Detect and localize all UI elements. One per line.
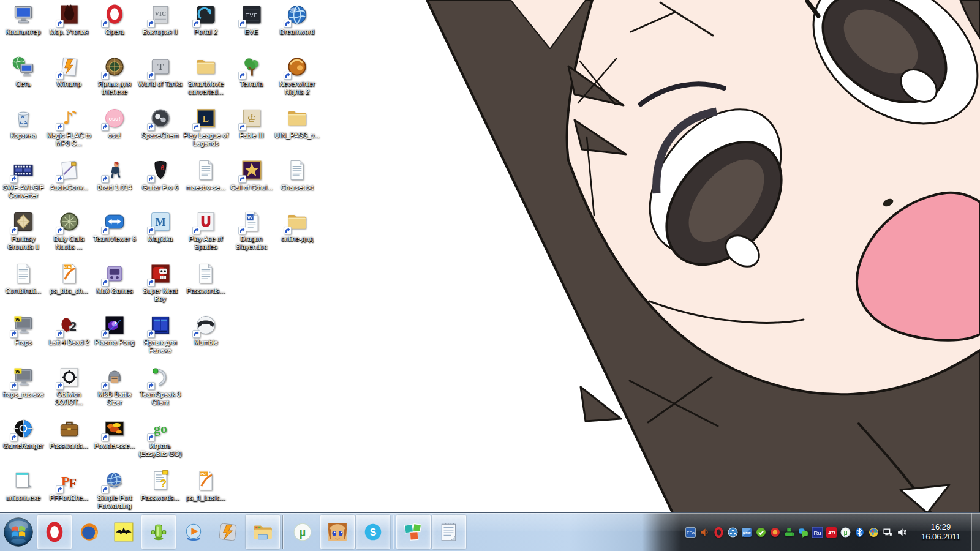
desktop-icon-cthulhu-26[interactable]: Call of Cthul...	[229, 158, 274, 192]
desktop-icon-fantasy-28[interactable]: Fantasy Grounds II	[1, 209, 46, 251]
taskbar-button-avatar[interactable]	[320, 515, 355, 549]
desktop-icon-worddoc-33[interactable]: WDragon Slayer.doc	[229, 209, 274, 251]
taskbar-button-thebat[interactable]	[107, 515, 140, 549]
explorer-icon	[252, 522, 273, 542]
utorrent-mini-tray-icon[interactable]: µ	[840, 527, 851, 538]
desktop-icon-ts3-48[interactable]: TeamSpeak 3 Client	[138, 365, 183, 407]
desktop-icon-winamp-doc-8[interactable]: Winamp	[47, 54, 92, 88]
taskbar-button-easybits[interactable]	[396, 515, 431, 549]
desktop-icon-far-43[interactable]: Ярлык для Far.exe	[138, 313, 183, 354]
far-icon	[148, 313, 173, 337]
desktop-icon-label: Корзина	[10, 132, 36, 140]
desktop-icon-guitarpro-24[interactable]: 6Guitar Pro 6	[138, 158, 183, 192]
taskbar-button-utorrent[interactable]: µ	[286, 515, 319, 549]
desktop-icon-folder-20[interactable]: UIN_PASS_v...	[274, 106, 320, 140]
svg-text:go: go	[154, 422, 167, 437]
taskbar-button-wmp[interactable]	[177, 515, 210, 549]
desktop-icon-magicka-31[interactable]: MMagicka	[138, 209, 183, 243]
desktop-icon-pdf-57[interactable]: PDFps_fl_basic...	[183, 468, 228, 502]
qip-bot-tray-icon[interactable]	[784, 527, 795, 538]
desktop-icon-oblivion-46[interactable]: Oblivion ЗОЛОТ...	[47, 365, 92, 407]
desktop-icon-window-53[interactable]: unicom.exe	[1, 468, 46, 502]
taskbar-button-qip[interactable]	[141, 515, 176, 549]
desktop-icon-fable-19[interactable]: ♔Fable III	[229, 106, 274, 140]
disc-tray-icon[interactable]	[728, 527, 739, 538]
tray-clock[interactable]: 16:29 16.06.2011	[913, 522, 969, 542]
txt-icon	[194, 261, 218, 286]
desktop-icon-meatboy-38[interactable]: Super Meat Boy	[138, 261, 183, 303]
desktop-icon-network-places-7[interactable]: Сеть	[1, 54, 46, 88]
magicdisc-tray-icon[interactable]	[869, 527, 880, 538]
lang-ru-tray-icon[interactable]: Ru	[812, 527, 823, 538]
green-check-tray-icon[interactable]	[756, 527, 767, 538]
desktop-icon-pathologic-1[interactable]: Мор. Утопия	[47, 2, 92, 36]
desktop-icon-terraria-12[interactable]: Terraria	[229, 54, 274, 88]
desktop-icon-teamviewer-30[interactable]: TeamViewer 6	[92, 209, 137, 243]
desktop-icon-txt-25[interactable]: maestro-se...	[183, 158, 228, 192]
desktop-icon-pwdq-56[interactable]: ?Passwords...	[138, 468, 183, 502]
desktop-icon-victoria-3[interactable]: VICВиктория II	[138, 2, 183, 36]
tray-icons: FFaKMPRuATIµ	[684, 527, 909, 538]
red-circle-tray-icon[interactable]	[770, 527, 781, 538]
desktop-icon-label: online-днд	[281, 235, 313, 243]
desktop-icon-music-note-15[interactable]: ♪Magic FLAC to MP3 C...	[47, 106, 92, 148]
network-tray-icon[interactable]	[883, 527, 894, 538]
desktop-icon-txt-35[interactable]: Combinati...	[1, 261, 46, 295]
desktop-icon-folder-34[interactable]: online-днд	[274, 209, 320, 243]
taskbar-button-firefox[interactable]	[73, 515, 106, 549]
kmplayer-tray-icon[interactable]: KMP	[742, 527, 753, 538]
desktop-icon-l4d2-41[interactable]: 2Left 4 Dead 2	[47, 313, 92, 347]
desktop-icon-wot-10[interactable]: TWorld of Tanks	[138, 54, 183, 88]
taskbar-button-notepad[interactable]	[432, 515, 466, 549]
desktop-icon-moigames-37[interactable]: Мой Games	[92, 261, 137, 295]
svg-text:99: 99	[15, 317, 20, 322]
desktop-icon-portal2-4[interactable]: Portal 2	[183, 2, 228, 36]
taskbar-button-explorer[interactable]	[246, 515, 280, 549]
desktop-icon-pfport-54[interactable]: PFPFPortChe...	[47, 468, 92, 502]
desktop-icon-aos-32[interactable]: Play Ace of Spades	[183, 209, 228, 251]
desktop-icon-audioconv-22[interactable]: AudioConv...	[47, 158, 92, 192]
desktop-icon-eve-5[interactable]: EVEEVE	[229, 2, 274, 36]
taskbar-button-skype[interactable]: S	[356, 515, 390, 549]
desktop-icon-powder-51[interactable]: Powder-sse...	[92, 416, 137, 450]
desktop-icon-globe-6[interactable]: Dreamword	[274, 2, 320, 36]
opera-mini-tray-icon[interactable]	[714, 527, 725, 538]
desktop-icon-nwn2-13[interactable]: Neverwinter Nights 2	[274, 54, 320, 96]
desktop-icon-dutycalls-29[interactable]: Duty Calls Noobs ...	[47, 209, 92, 251]
desktop-icon-easygo-52[interactable]: goИграть (EasyBits GO)	[138, 416, 183, 458]
desktop-icon-simpleport-55[interactable]: Simple Port Forwarding	[92, 468, 137, 510]
desktop-icon-thief-9[interactable]: Ярлык для thief.exe	[92, 54, 137, 96]
ati-tray-icon[interactable]: ATI	[826, 527, 837, 538]
desktop-icon-txt-27[interactable]: Charset.txt	[274, 158, 320, 192]
desktop-icon-filmstrip-21[interactable]: SWF-AVI-GIF Converter	[1, 158, 46, 200]
desktop-icon-fraps-45[interactable]: 99fraps_rus.exe	[1, 365, 46, 399]
desktop-icon-osu-16[interactable]: osu!osu!	[92, 106, 137, 140]
taskbar-button-winamp[interactable]	[211, 515, 244, 549]
desktop-icon-txt-39[interactable]: Passwords...	[183, 261, 228, 295]
desktop-icon-gameranger-49[interactable]: GameRanger	[1, 416, 46, 450]
lol-icon: L	[194, 106, 218, 130]
desktop-icon-braid-23[interactable]: Braid 1.014	[92, 158, 137, 192]
desktop-icon-mumble-44[interactable]: Mumble	[183, 313, 228, 347]
desktop-icon-recycle-bin-14[interactable]: Корзина	[1, 106, 46, 140]
desktop-icon-folder-11[interactable]: SmartMovie converted...	[183, 54, 228, 96]
show-desktop-button[interactable]	[971, 513, 980, 551]
desktop-icon-briefcase-50[interactable]: Passwords...	[47, 416, 92, 450]
desktop-icon-fraps-40[interactable]: 99Fraps	[1, 313, 46, 347]
ffa-tray-icon[interactable]: FFa	[685, 527, 696, 538]
taskbar-button-opera[interactable]	[37, 515, 72, 549]
cthulhu-icon	[239, 158, 264, 182]
desktop-icon-pdf-36[interactable]: PDFps_bbs_ch...	[47, 261, 92, 295]
start-button[interactable]	[1, 514, 36, 550]
volume-tray-icon[interactable]	[897, 527, 908, 538]
desktop-icon-lol-18[interactable]: LPlay League of Legends	[183, 106, 228, 148]
desktop-icon-label: UIN_PASS_v...	[274, 132, 320, 140]
bluetooth-tray-icon[interactable]	[854, 527, 865, 538]
desktop-icon-spacechem-17[interactable]: SpaceChem	[138, 106, 183, 140]
volume-red-tray-icon[interactable]	[699, 527, 710, 538]
desktop-icon-computer-0[interactable]: Компьютер	[1, 2, 46, 36]
desktop-icon-opera-2[interactable]: Opera	[92, 2, 137, 36]
chat-bubbles-tray-icon[interactable]	[798, 527, 809, 538]
desktop-icon-plasmapong-42[interactable]: Plasma Pong	[92, 313, 137, 347]
desktop-icon-mnb-47[interactable]: M&B Battle Sizer	[92, 365, 137, 407]
